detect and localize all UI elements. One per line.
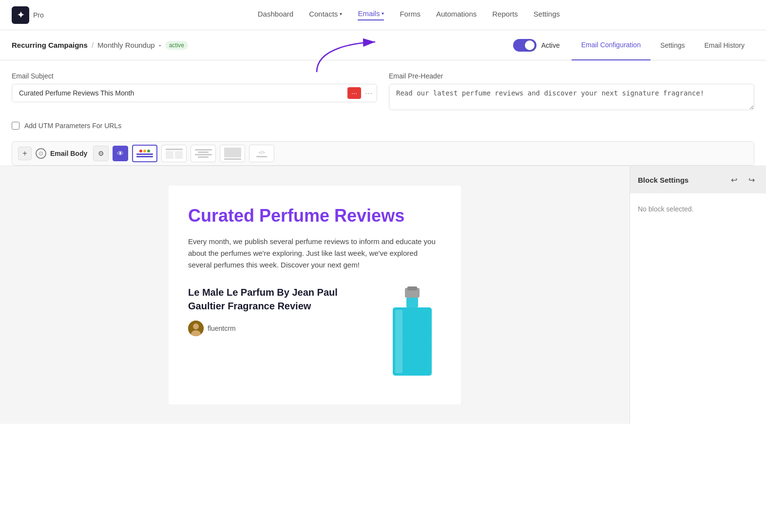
svg-point-2: [193, 323, 199, 329]
nav-reports[interactable]: Reports: [492, 10, 518, 20]
more-options-icon[interactable]: ···: [365, 88, 372, 98]
block-settings-actions: ↩ ↪: [727, 173, 758, 187]
utm-row: Add UTM Parameters For URLs: [12, 122, 754, 130]
email-preheader-label: Email Pre-Header: [389, 72, 754, 80]
tab-email-configuration[interactable]: Email Configuration: [572, 30, 651, 60]
email-article-title: Le Male Le Parfum By Jean Paul Gaultier …: [188, 285, 373, 313]
status-badge: active: [165, 41, 188, 50]
nav-automations[interactable]: Automations: [436, 10, 477, 20]
perfume-bottle-svg: [383, 285, 441, 383]
breadcrumb-root[interactable]: Recurring Campaigns: [12, 41, 88, 49]
form-section: Email Subject ··· ··· Email Pre-Header R…: [0, 60, 766, 166]
emails-chevron-icon: ▾: [382, 11, 384, 16]
active-toggle[interactable]: [513, 39, 536, 52]
active-toggle-area: Active: [513, 39, 560, 52]
svg-rect-6: [406, 298, 418, 307]
author-avatar: [188, 321, 204, 336]
active-toggle-label: Active: [541, 41, 560, 49]
template-button-2[interactable]: [161, 145, 187, 162]
nav-settings[interactable]: Settings: [534, 10, 560, 20]
emoji-button[interactable]: ···: [347, 87, 361, 99]
email-body-toolbar: + ⊙ Email Body ⚙ 👁: [12, 141, 754, 166]
email-subject-label: Email Subject: [12, 72, 377, 80]
email-subject-actions: ··· ···: [347, 87, 372, 99]
template-button-4[interactable]: [220, 145, 245, 162]
email-preview-inner: Curated Perfume Reviews Every month, we …: [169, 186, 461, 404]
block-settings-header: Block Settings ↩ ↪: [630, 166, 766, 193]
perfume-bottle-illustration: [383, 285, 441, 385]
breadcrumb: Recurring Campaigns / Monthly Roundup - …: [12, 41, 188, 50]
logo-icon: ✦: [12, 6, 29, 24]
email-subject-input[interactable]: [12, 84, 377, 102]
email-preview: Curated Perfume Reviews Every month, we …: [0, 166, 630, 424]
svg-rect-13: [395, 310, 402, 373]
email-preheader-group: Email Pre-Header Read our latest perfume…: [389, 72, 754, 112]
contacts-chevron-icon: ▾: [340, 11, 342, 17]
svg-rect-5: [407, 286, 417, 290]
email-subject-group: Email Subject ··· ···: [12, 72, 377, 112]
breadcrumb-separator: /: [92, 41, 94, 49]
tab-email-history[interactable]: Email History: [695, 30, 754, 60]
avatar-icon: [188, 321, 204, 336]
block-settings-body: No block selected.: [630, 193, 766, 225]
no-block-selected-text: No block selected.: [638, 205, 693, 213]
nav-dashboard[interactable]: Dashboard: [258, 10, 293, 20]
block-settings-panel: Block Settings ↩ ↪ No block selected.: [630, 166, 766, 424]
form-row-subjects: Email Subject ··· ··· Email Pre-Header R…: [12, 72, 754, 112]
header-right: Active Email Configuration Settings Emai…: [513, 30, 754, 60]
author-name: fluentcrm: [208, 324, 236, 332]
nav-contacts[interactable]: Contacts ▾: [309, 10, 342, 20]
nav-emails[interactable]: Emails ▾: [358, 9, 384, 20]
email-body-section-icon: ⊙: [36, 148, 46, 159]
breadcrumb-separator2: -: [159, 41, 161, 49]
template-button-5[interactable]: </>: [249, 145, 274, 162]
nav-links: Dashboard Contacts ▾ Emails ▾ Forms Auto…: [63, 9, 754, 20]
email-article: Le Male Le Parfum By Jean Paul Gaultier …: [188, 285, 441, 385]
utm-label: Add UTM Parameters For URLs: [24, 122, 121, 130]
page-tabs: Email Configuration Settings Email Histo…: [572, 30, 754, 60]
email-preview-area: Curated Perfume Reviews Every month, we …: [0, 166, 766, 424]
breadcrumb-current: Monthly Roundup: [97, 41, 155, 49]
email-settings-icon[interactable]: ⚙: [93, 146, 109, 161]
undo-button[interactable]: ↩: [727, 173, 741, 187]
logo-label: Pro: [33, 11, 44, 19]
nav-forms[interactable]: Forms: [400, 10, 421, 20]
add-block-button[interactable]: +: [18, 147, 32, 160]
app-logo: ✦ Pro: [12, 6, 44, 24]
breadcrumb-bar: Recurring Campaigns / Monthly Roundup - …: [0, 30, 766, 60]
email-article-content: Le Male Le Parfum By Jean Paul Gaultier …: [188, 285, 373, 336]
email-preheader-input[interactable]: Read our latest perfume reviews and disc…: [389, 84, 754, 110]
email-preview-body: Every month, we publish several perfume …: [188, 236, 441, 271]
email-author: fluentcrm: [188, 321, 373, 336]
redo-button[interactable]: ↪: [745, 173, 758, 187]
template-button-1[interactable]: [132, 145, 157, 162]
top-navigation: ✦ Pro Dashboard Contacts ▾ Emails ▾ Form…: [0, 0, 766, 30]
email-preview-heading: Curated Perfume Reviews: [188, 205, 441, 226]
email-body-label: Email Body: [50, 150, 87, 157]
tab-settings[interactable]: Settings: [651, 30, 695, 60]
template-button-3[interactable]: [191, 145, 216, 162]
block-settings-title: Block Settings: [638, 176, 689, 184]
preview-icon[interactable]: 👁: [113, 146, 128, 161]
main-content: Email Subject ··· ··· Email Pre-Header R…: [0, 60, 766, 424]
utm-checkbox[interactable]: [12, 122, 19, 130]
email-subject-input-wrapper: ··· ···: [12, 84, 377, 102]
